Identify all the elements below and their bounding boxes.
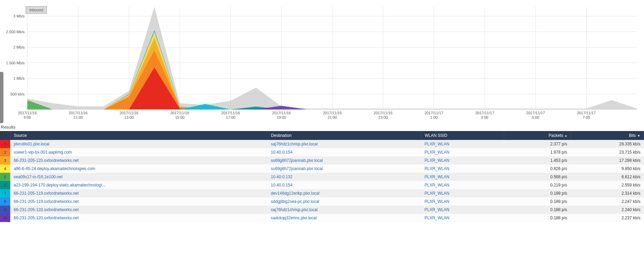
table-header-row: Source Destination WLAN SSID Packets◆ Bi… — [0, 131, 644, 140]
svg-text:17:00: 17:00 — [226, 115, 236, 119]
destination-cell[interactable]: su69g6h72joannab.plxr.local — [267, 156, 421, 165]
table-row: 866-231-205-119.oxfordnetworks.netsddgj8… — [0, 197, 644, 206]
svg-text:2017/11/17: 2017/11/17 — [526, 111, 545, 115]
rank-cell: 10 — [0, 214, 10, 222]
svg-text:2017/11/16: 2017/11/16 — [272, 111, 291, 115]
destination-cell[interactable]: 10.40.0.154 — [267, 148, 421, 156]
sort-desc-icon: ▼ — [637, 134, 640, 138]
source-cell[interactable]: 66-231-205-119.oxfordnetworks.net — [10, 189, 267, 197]
bits-cell: 2.314 kb/s — [570, 189, 644, 197]
wlan-cell[interactable]: PLXR_WLAN — [421, 197, 504, 206]
header-rank[interactable] — [0, 131, 10, 140]
wlan-cell[interactable]: PLXR_WLAN — [421, 214, 504, 222]
svg-text:500 kb/s: 500 kb/s — [10, 92, 25, 96]
bits-cell: 6.612 kb/s — [570, 173, 644, 181]
svg-text:2017/11/16: 2017/11/16 — [323, 111, 342, 115]
svg-text:2017/11/17: 2017/11/17 — [577, 111, 596, 115]
bits-cell: 17.298 kb/s — [570, 156, 644, 165]
wlan-cell[interactable]: PLXR_WLAN — [421, 165, 504, 173]
destination-cell[interactable]: su69g6h72joannab.plxr.local — [267, 165, 421, 173]
source-cell[interactable]: a23-199-194-170.deploy.static.akamaitech… — [10, 181, 267, 189]
table-row: 1066-231-205-120.oxfordnetworks.netsadck… — [0, 214, 644, 222]
svg-text:2017/11/16: 2017/11/16 — [374, 111, 393, 115]
legend-toggle-inbound[interactable]: Inbound — [26, 6, 47, 14]
packets-cell: 1.978 p/s — [504, 148, 570, 156]
wlan-cell[interactable]: PLXR_WLAN — [421, 156, 504, 165]
svg-text:2017/11/17: 2017/11/17 — [475, 111, 494, 115]
packets-cell: 0.568 p/s — [504, 173, 570, 181]
svg-text:2017/11/16: 2017/11/16 — [18, 111, 37, 115]
sort-icon: ◆ — [565, 134, 567, 138]
results-table: Source Destination WLAN SSID Packets◆ Bi… — [0, 131, 644, 222]
side-expand-tab[interactable] — [0, 72, 3, 123]
source-cell[interactable]: 66-231-205-119.oxfordnetworks.net — [10, 197, 267, 206]
destination-cell[interactable]: dev148dg12erikp.plxr.local — [267, 189, 421, 197]
header-source[interactable]: Source — [10, 131, 267, 140]
rank-cell: 6 — [0, 181, 10, 189]
source-cell[interactable]: sea09s17-in-f16.1e100.net — [10, 173, 267, 181]
destination-cell[interactable]: saj76hdz1chrisp.plxr.local — [267, 140, 421, 148]
svg-text:3:00: 3:00 — [481, 115, 488, 119]
svg-text:3 Mb/s: 3 Mb/s — [13, 14, 25, 18]
source-cell[interactable]: 66-231-205-120.oxfordnetworks.net — [10, 156, 267, 165]
svg-text:2017/11/16: 2017/11/16 — [69, 111, 88, 115]
svg-text:11:00: 11:00 — [74, 115, 83, 119]
table-row: 366-231-205-120.oxfordnetworks.netsu69g6… — [0, 156, 644, 165]
rank-cell: 8 — [0, 197, 10, 206]
rank-cell: 9 — [0, 206, 10, 214]
source-cell[interactable]: a96-6-45-24.deploy.akamaitechnologies.co… — [10, 165, 267, 173]
area-chart-svg[interactable]: 3 Mb/s2.500 Mb/s2 Mb/s1.500 Mb/s1 Mb/s50… — [0, 3, 644, 123]
rank-cell: 2 — [0, 148, 10, 156]
rank-cell: 4 — [0, 165, 10, 173]
header-destination[interactable]: Destination — [267, 131, 421, 140]
svg-text:15:00: 15:00 — [175, 115, 185, 119]
table-row: 4a96-6-45-24.deploy.akamaitechnologies.c… — [0, 165, 644, 173]
source-cell[interactable]: usewr1-vip-bx-001.aaplimg.com — [10, 148, 267, 156]
wlan-cell[interactable]: PLXR_WLAN — [421, 173, 504, 181]
svg-text:23:00: 23:00 — [378, 115, 388, 119]
svg-text:2.500 Mb/s: 2.500 Mb/s — [6, 30, 25, 34]
svg-text:2017/11/16: 2017/11/16 — [221, 111, 240, 115]
bits-cell: 2.559 kb/s — [570, 181, 644, 189]
svg-text:19:00: 19:00 — [277, 115, 286, 119]
destination-cell[interactable]: 10.40.0.132 — [267, 173, 421, 181]
header-wlan[interactable]: WLAN SSID — [421, 131, 504, 140]
wlan-cell[interactable]: PLXR_WLAN — [421, 206, 504, 214]
svg-text:21:00: 21:00 — [328, 115, 337, 119]
results-heading: Results — [0, 123, 644, 131]
bits-cell: 23.715 kb/s — [570, 148, 644, 156]
wlan-cell[interactable]: PLXR_WLAN — [421, 148, 504, 156]
svg-text:13:00: 13:00 — [124, 115, 134, 119]
wlan-cell[interactable]: PLXR_WLAN — [421, 181, 504, 189]
packets-cell: 0.188 p/s — [504, 214, 570, 222]
svg-text:5:00: 5:00 — [532, 115, 539, 119]
bits-cell: 2.240 kb/s — [570, 206, 644, 214]
svg-text:2017/11/16: 2017/11/16 — [120, 111, 139, 115]
wlan-cell[interactable]: PLXR_WLAN — [421, 189, 504, 197]
destination-cell[interactable]: sadckqq32erins.plxr.local — [267, 214, 421, 222]
packets-cell: 0.189 p/s — [504, 197, 570, 206]
source-cell[interactable]: 66-231-205-120.oxfordnetworks.net — [10, 214, 267, 222]
destination-cell[interactable]: saj76hdz1chrisp.plxr.local — [267, 206, 421, 214]
table-row: 2usewr1-vip-bx-001.aaplimg.com10.40.0.15… — [0, 148, 644, 156]
rank-cell: 3 — [0, 156, 10, 165]
wlan-cell[interactable]: PLXR_WLAN — [421, 140, 504, 148]
header-bits[interactable]: Bits▼ — [570, 131, 644, 140]
source-cell[interactable]: plxrutils01.plxr.local — [10, 140, 267, 148]
svg-text:1.500 Mb/s: 1.500 Mb/s — [6, 61, 25, 65]
destination-cell[interactable]: 10.40.0.154 — [267, 181, 421, 189]
header-packets[interactable]: Packets◆ — [504, 131, 570, 140]
packets-cell: 0.219 p/s — [504, 181, 570, 189]
svg-text:2017/11/17: 2017/11/17 — [424, 111, 443, 115]
source-cell[interactable]: 66-231-205-120.oxfordnetworks.net — [10, 206, 267, 214]
destination-cell[interactable]: sddgj8bg2sea-pc.plxr.local — [267, 197, 421, 206]
svg-text:2017/11/16: 2017/11/16 — [170, 111, 189, 115]
packets-cell: 0.199 p/s — [504, 189, 570, 197]
packets-cell: 0.188 p/s — [504, 206, 570, 214]
traffic-chart: Inbound 3 Mb/s2.500 Mb/s2 Mb/s1.500 Mb/s… — [0, 0, 644, 123]
svg-text:7:00: 7:00 — [583, 115, 590, 119]
bits-cell: 2.247 kb/s — [570, 197, 644, 206]
packets-cell: 0.826 p/s — [504, 165, 570, 173]
packets-cell: 2.377 p/s — [504, 140, 570, 148]
rank-cell: 7 — [0, 189, 10, 197]
